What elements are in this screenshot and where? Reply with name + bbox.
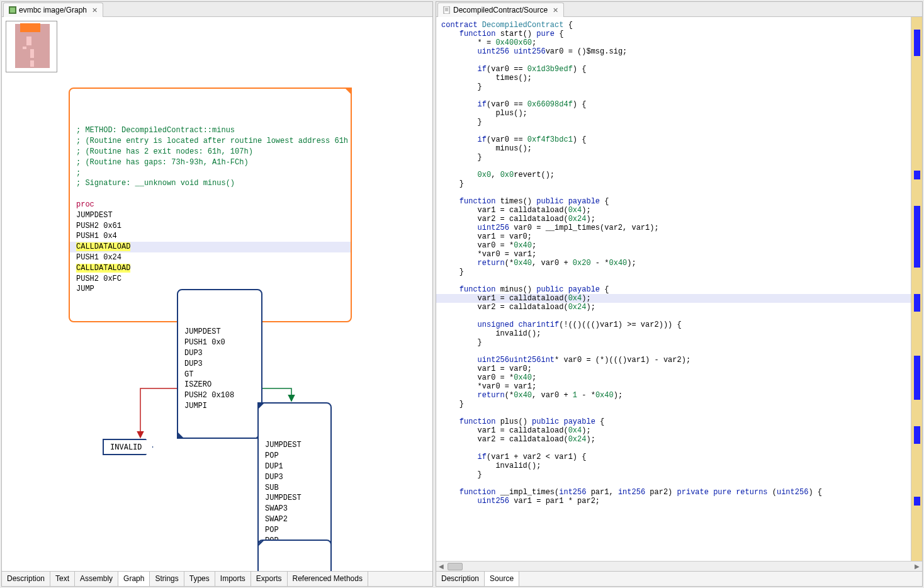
minimap[interactable] bbox=[6, 21, 57, 72]
source-content[interactable]: contract DecompiledContract { function s… bbox=[436, 17, 922, 561]
graph-tab-bar: evmbc image/Graph ✕ bbox=[2, 2, 432, 17]
source-panel: DecompiledContract/Source ✕ contract Dec… bbox=[436, 1, 923, 587]
document-icon bbox=[443, 6, 451, 14]
bottom-tab-description[interactable]: Description bbox=[2, 572, 50, 586]
graph-bottom-tabs: DescriptionTextAssemblyGraphStringsTypes… bbox=[2, 571, 432, 586]
graph-panel: evmbc image/Graph ✕ bbox=[1, 1, 433, 587]
graph-node-main[interactable]: ; METHOD: DecompiledContract::minus ; (R… bbox=[69, 88, 352, 322]
overview-ruler[interactable] bbox=[911, 17, 922, 561]
bottom-tab-text[interactable]: Text bbox=[50, 572, 75, 586]
close-icon[interactable]: ✕ bbox=[553, 6, 558, 14]
tab-label: DecompiledContract/Source bbox=[453, 6, 548, 14]
image-icon bbox=[9, 6, 16, 14]
graph-node-4[interactable]: JUMPDEST PUSH1 0x40 MLOAD SWAP1 bbox=[257, 540, 332, 571]
bottom-tab-description[interactable]: Description bbox=[436, 572, 485, 586]
scroll-thumb[interactable] bbox=[448, 563, 463, 570]
graph-node-invalid[interactable]: INVALID bbox=[103, 439, 154, 455]
close-icon[interactable]: ✕ bbox=[92, 6, 98, 14]
bottom-tab-assembly[interactable]: Assembly bbox=[75, 572, 118, 586]
horizontal-scrollbar[interactable]: ◀ ▶ bbox=[436, 561, 922, 571]
bottom-tab-types[interactable]: Types bbox=[184, 572, 215, 586]
scroll-right-icon[interactable]: ▶ bbox=[912, 563, 922, 570]
tab-label: evmbc image/Graph bbox=[19, 6, 87, 14]
bottom-tab-source[interactable]: Source bbox=[485, 572, 519, 586]
scroll-left-icon[interactable]: ◀ bbox=[436, 563, 446, 570]
graph-tab[interactable]: evmbc image/Graph ✕ bbox=[3, 3, 103, 17]
source-code[interactable]: contract DecompiledContract { function s… bbox=[436, 17, 911, 561]
bottom-tab-exports[interactable]: Exports bbox=[251, 572, 288, 586]
bottom-tab-strings[interactable]: Strings bbox=[150, 572, 184, 586]
graph-node-2[interactable]: JUMPDEST PUSH1 0x0 DUP3 DUP3 GT ISZERO P… bbox=[177, 289, 262, 439]
bottom-tab-referenced-methods[interactable]: Referenced Methods bbox=[288, 572, 368, 586]
source-tab-bar: DecompiledContract/Source ✕ bbox=[436, 2, 922, 17]
svg-rect-1 bbox=[10, 8, 15, 13]
svg-rect-2 bbox=[444, 6, 449, 14]
source-bottom-tabs: DescriptionSource bbox=[436, 571, 922, 586]
source-tab[interactable]: DecompiledContract/Source ✕ bbox=[437, 3, 564, 17]
bottom-tab-imports[interactable]: Imports bbox=[215, 572, 251, 586]
bottom-tab-graph[interactable]: Graph bbox=[118, 572, 150, 586]
graph-content[interactable]: ; METHOD: DecompiledContract::minus ; (R… bbox=[2, 17, 432, 571]
